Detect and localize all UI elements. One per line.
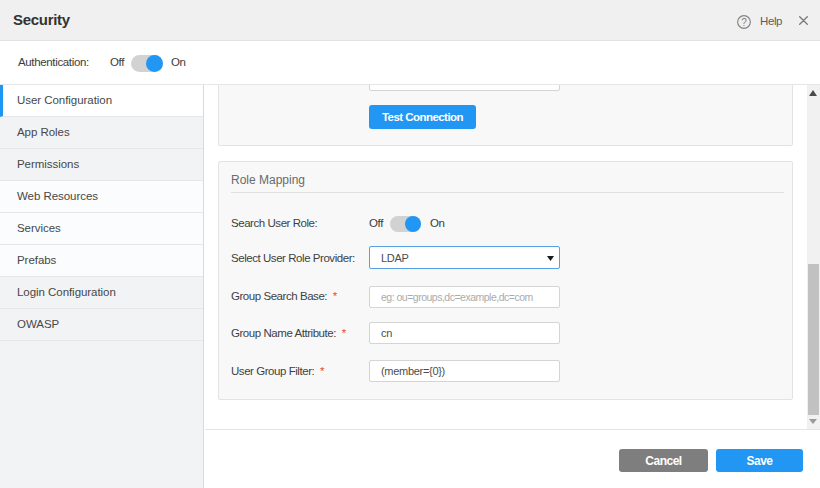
svg-text:?: ?: [741, 17, 747, 28]
